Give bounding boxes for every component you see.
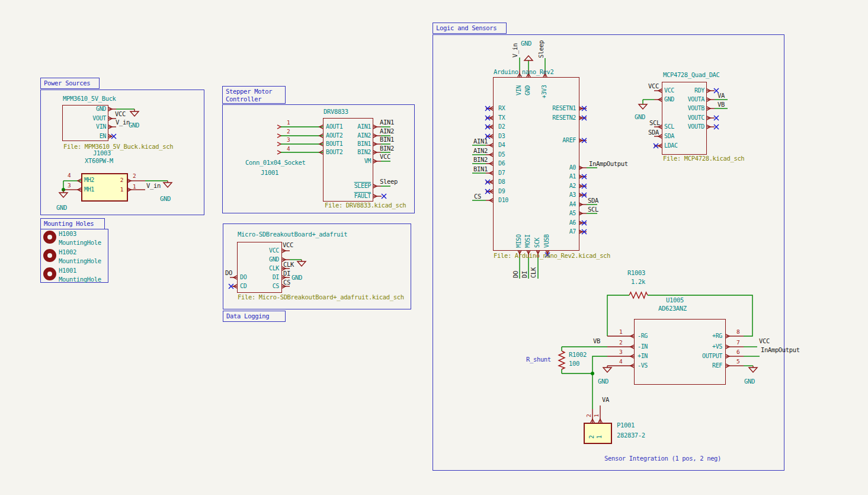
net-label-sda[interactable]: SDA [588, 197, 598, 204]
pin-number: 8 [736, 329, 739, 335]
mounting-hole-value[interactable]: MountingHole [59, 239, 101, 246]
pin-name: AOUT2 [326, 133, 342, 139]
r1002-ref[interactable]: R1002 [569, 352, 587, 358]
net-label-vin[interactable]: V_in [116, 119, 130, 126]
pin-name: VOUT [92, 116, 106, 122]
mounting-hole-pads[interactable] [46, 233, 55, 279]
sheet-tab-power-sources[interactable]: Power Sources [40, 78, 100, 89]
net-label-vcc[interactable]: VCC [759, 338, 770, 344]
u1005-value[interactable]: AD623ANZ [658, 305, 687, 312]
pin-name: RESETN1 [552, 106, 576, 111]
net-label[interactable]: BIN2 [473, 157, 488, 163]
r1003-value[interactable]: 1.2k [631, 279, 645, 285]
net-label[interactable]: VCC [380, 154, 390, 160]
net-label-va[interactable]: VA [718, 92, 725, 99]
gnd-label: GND [292, 274, 302, 281]
net-label[interactable]: AIN2 [380, 128, 394, 135]
net-label[interactable]: BIN1 [380, 136, 394, 143]
net-label-clk-vertical[interactable]: CLK [530, 267, 537, 278]
net-label-va[interactable]: VA [602, 397, 609, 403]
sheet-tab-stepper[interactable]: Stepper Motor Controller [222, 86, 286, 104]
p1001-value[interactable]: 282837-2 [617, 432, 645, 439]
net-label-inampoutput[interactable]: InAmpOutput [761, 347, 800, 353]
pin-name: RDY [694, 88, 704, 94]
mcp4728-title[interactable]: MCP4728_Quad_DAC [663, 72, 720, 78]
gnd-symbol[interactable] [130, 111, 139, 116]
net-label-vb[interactable]: VB [718, 101, 725, 108]
p1001-ref[interactable]: P1001 [617, 422, 635, 429]
arduino-title[interactable]: Arduino_nano_Rev2 [494, 69, 554, 75]
gnd-symbol[interactable] [297, 261, 306, 266]
mounting-hole-ref[interactable]: H1003 [59, 231, 76, 237]
j1003-ref[interactable]: J1003 [93, 150, 111, 157]
pin-name: D9 [498, 189, 505, 194]
sheet-tab-label: Logic and Sensors [436, 24, 497, 31]
mounting-hole-value[interactable]: MountingHole [59, 258, 101, 264]
resistor-r1002[interactable] [559, 351, 565, 369]
gnd-symbol[interactable] [639, 104, 647, 109]
pin-number: 1 [594, 414, 600, 417]
r1003-ref[interactable]: R1003 [627, 270, 645, 276]
drv8833-title[interactable]: DRV8833 [324, 108, 348, 115]
net-label-vin[interactable]: V_in [146, 183, 161, 189]
net-label-di-vertical[interactable]: DI [521, 271, 528, 278]
net-label[interactable]: Sleep [380, 178, 398, 185]
net-label[interactable]: CS [474, 193, 481, 200]
pin-name: D5 [498, 152, 505, 158]
mounting-hole-ref[interactable]: H1001 [59, 267, 76, 274]
gnd-symbol-up[interactable] [524, 56, 533, 60]
net-label-vb[interactable]: VB [593, 338, 600, 344]
net-label-do-vertical[interactable]: DO [513, 271, 519, 278]
net-label-sda[interactable]: SDA [648, 129, 659, 136]
pin-name: D4 [498, 142, 505, 148]
pin-name: BOUT1 [326, 141, 342, 147]
sheet-file-text: File: Arduino_nano_Rev2.kicad_sch [494, 253, 610, 259]
pin-name: VOUTD [688, 124, 704, 130]
net-label[interactable]: BIN2 [380, 145, 394, 152]
net-label[interactable]: AIN2 [473, 148, 488, 154]
pin-name: VUSB [544, 234, 550, 248]
gnd-symbol[interactable] [603, 368, 611, 372]
r1002-value[interactable]: 100 [569, 360, 579, 367]
net-label[interactable]: AIN1 [380, 119, 394, 126]
gnd-label: GND [744, 378, 755, 385]
net-label-cs[interactable]: CS [283, 279, 290, 286]
net-label-vcc[interactable]: VCC [648, 83, 659, 90]
pin-name: VCC [269, 248, 279, 254]
note-r-shunt[interactable]: R_shunt [526, 356, 551, 363]
net-label-inampoutput[interactable]: InAmpOutput [589, 161, 628, 167]
j1003-value[interactable]: XT60PW-M [85, 158, 113, 164]
sheet-tab-logic-sensors[interactable]: Logic and Sensors [433, 23, 507, 34]
j1001-ref[interactable]: J1001 [261, 170, 278, 176]
gnd-symbol[interactable] [59, 193, 68, 197]
net-label[interactable]: BIN1 [473, 166, 488, 173]
mounting-hole-ref[interactable]: H1002 [59, 249, 76, 256]
gnd-symbol[interactable] [164, 183, 172, 187]
net-label-do[interactable]: DO [225, 270, 232, 276]
net-label-clk[interactable]: CLK [283, 261, 294, 268]
u1005-ref[interactable]: U1005 [666, 297, 684, 304]
pin-number: 3 [619, 349, 622, 355]
net-label-sleep-vertical[interactable]: Sleep [538, 40, 544, 58]
inamp-wiring[interactable] [559, 292, 760, 423]
microsd-title[interactable]: Micro-SDBreakoutBoard+_adafruit [238, 231, 347, 238]
pin-name: VOUTC [688, 115, 704, 121]
net-label-vcc[interactable]: VCC [283, 242, 293, 248]
j1001-value[interactable]: Conn_01x04_Socket [245, 159, 306, 166]
net-label-scl[interactable]: SCL [588, 206, 598, 213]
pin-number: 1 [133, 184, 136, 190]
net-label-vin-vertical[interactable]: V_in [512, 43, 518, 58]
pin-name: GND [664, 97, 674, 103]
sheet-tab-data-logging[interactable]: Data Logging [223, 311, 286, 322]
mounting-hole-value[interactable]: MountingHole [59, 276, 101, 283]
pin-name: D6 [498, 161, 505, 167]
net-label-scl[interactable]: SCL [649, 120, 660, 126]
net-label[interactable]: AIN1 [473, 138, 488, 145]
gnd-symbol[interactable] [749, 368, 757, 372]
net-label-vcc[interactable]: VCC [115, 111, 126, 117]
mcp4728-wiring[interactable] [639, 88, 728, 148]
sheet-tab-mounting-holes[interactable]: Mounting Holes [40, 218, 105, 229]
resistor-r1003[interactable] [629, 292, 648, 298]
mpm3610-title[interactable]: MPM3610_5V_Buck [63, 95, 116, 102]
net-label-di[interactable]: DI [283, 270, 290, 277]
